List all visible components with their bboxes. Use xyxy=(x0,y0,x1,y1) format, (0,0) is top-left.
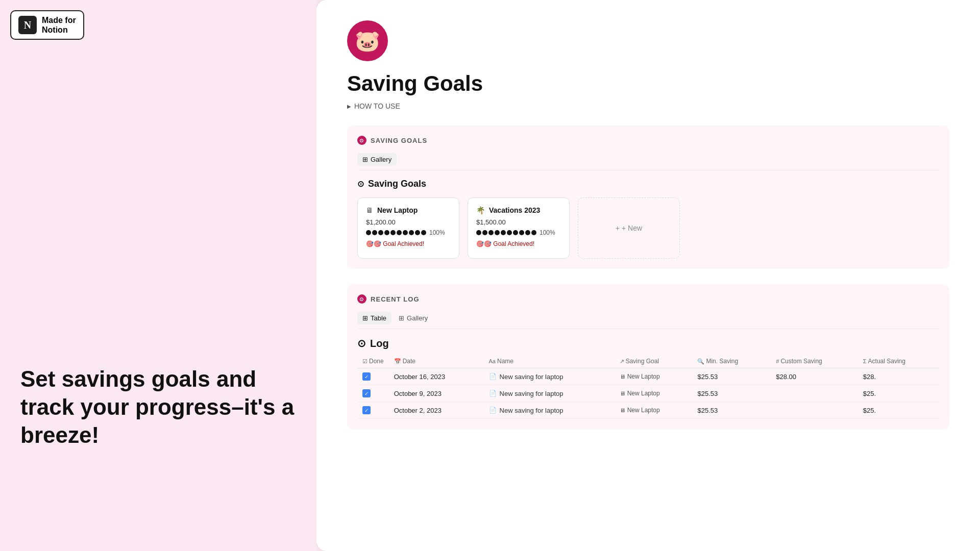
dot xyxy=(397,230,402,235)
recent-log-section: ⊙ RECENT LOG ⊞ Table ⊞ Gallery ⊙ Log xyxy=(347,284,949,429)
name-text: New saving for laptop xyxy=(500,373,564,381)
done-cell: ✓ xyxy=(357,385,389,402)
how-to-use-toggle[interactable]: ▶ HOW TO USE xyxy=(347,102,949,110)
saving-goal-icon: 🖥 xyxy=(620,407,625,413)
table-tab-label: Table xyxy=(371,314,386,322)
custom-saving-cell xyxy=(771,402,857,419)
page-title: Saving Goals xyxy=(347,71,949,96)
card-amount: $1,500.00 xyxy=(476,218,561,226)
card-title: Vacations 2023 xyxy=(489,206,540,214)
actual-saving-cell: $28. xyxy=(858,368,939,385)
progress-pct: 100% xyxy=(429,229,445,236)
new-label: + New xyxy=(622,224,642,232)
name-icon: 📄 xyxy=(489,390,497,397)
progress-pct: 100% xyxy=(540,229,555,236)
dot xyxy=(531,230,536,235)
card-title: New Laptop xyxy=(377,206,418,214)
table-row: ✓ October 9, 2023 📄 New saving for lapto… xyxy=(357,385,939,402)
custom-saving-cell xyxy=(771,385,857,402)
dot xyxy=(513,230,518,235)
dot xyxy=(519,230,524,235)
name-text: New saving for laptop xyxy=(500,407,564,414)
sub-heading-icon: ⊙ xyxy=(357,179,364,189)
dot xyxy=(476,230,481,235)
saving-goal-cell: 🖥 New Laptop xyxy=(615,368,693,385)
done-cell: ✓ xyxy=(357,368,389,385)
table-row: ✓ October 16, 2023 📄 New saving for lapt… xyxy=(357,368,939,385)
plus-icon: + xyxy=(616,224,620,232)
notion-icon: N xyxy=(18,16,37,34)
dot xyxy=(525,230,530,235)
saving-goals-section-icon: ⊙ xyxy=(357,136,366,145)
name-cell: 📄 New saving for laptop xyxy=(484,368,615,385)
left-panel: N Made for Notion Set savings goals and … xyxy=(0,0,316,551)
progress-bar: 100% xyxy=(366,229,451,236)
th-actual-saving: ΣActual Saving xyxy=(858,355,939,368)
dot xyxy=(495,230,500,235)
saving-goal-cell: 🖥 New Laptop xyxy=(615,385,693,402)
dot xyxy=(501,230,506,235)
name-icon: 📄 xyxy=(489,407,497,414)
log-gallery-tab[interactable]: ⊞ Gallery xyxy=(394,312,433,324)
saving-goal-icon: 🖥 xyxy=(620,390,625,396)
th-min-saving: 🔍Min. Saving xyxy=(692,355,771,368)
name-cell: 📄 New saving for laptop xyxy=(484,385,615,402)
log-heading: ⊙ Log xyxy=(357,337,939,349)
page-icon: 🐷 xyxy=(347,20,388,61)
dot xyxy=(390,230,396,235)
name-icon: 📄 xyxy=(489,373,497,380)
page-content: 🐷 Saving Goals ▶ HOW TO USE ⊙ SAVING GOA… xyxy=(316,0,980,551)
table-tab[interactable]: ⊞ Table xyxy=(357,312,391,324)
saving-goals-header: ⊙ SAVING GOALS xyxy=(357,136,939,145)
dot xyxy=(403,230,408,235)
badge-text: Made for Notion xyxy=(42,15,76,35)
dot xyxy=(415,230,420,235)
log-view-tabs: ⊞ Table ⊞ Gallery xyxy=(357,312,939,329)
dot xyxy=(421,230,426,235)
dot xyxy=(384,230,389,235)
sub-heading-text: Saving Goals xyxy=(368,179,426,189)
custom-saving-cell: $28.00 xyxy=(771,368,857,385)
dot xyxy=(378,230,383,235)
name-cell: 📄 New saving for laptop xyxy=(484,402,615,419)
gallery-row: 🖥 New Laptop $1,200.00 xyxy=(357,197,939,259)
saving-goal-cell: 🖥 New Laptop xyxy=(615,402,693,419)
log-table: ☑Done 📅Date AaName ↗Saving Goal 🔍Min. Sa… xyxy=(357,355,939,419)
card-icon: 🌴 xyxy=(476,206,485,214)
th-done: ☑Done xyxy=(357,355,389,368)
table-header-row: ☑Done 📅Date AaName ↗Saving Goal 🔍Min. Sa… xyxy=(357,355,939,368)
date-cell: October 2, 2023 xyxy=(389,402,484,419)
actual-saving-cell: $25. xyxy=(858,402,939,419)
saving-goal-text: New Laptop xyxy=(627,407,660,414)
card-vacations[interactable]: 🌴 Vacations 2023 $1,500.00 xyxy=(468,197,570,259)
dot xyxy=(372,230,377,235)
card-title-row: 🖥 New Laptop xyxy=(366,206,451,214)
progress-bar: 100% xyxy=(476,229,561,236)
saving-goals-view-tabs: ⊞ Gallery xyxy=(357,153,939,170)
saving-goal-text: New Laptop xyxy=(627,390,660,397)
table-row: ✓ October 2, 2023 📄 New saving for lapto… xyxy=(357,402,939,419)
saving-goals-label: SAVING GOALS xyxy=(371,137,427,144)
how-to-use-label: HOW TO USE xyxy=(354,102,400,110)
new-card-button[interactable]: + + New xyxy=(578,197,680,259)
date-cell: October 9, 2023 xyxy=(389,385,484,402)
done-cell: ✓ xyxy=(357,402,389,419)
th-custom-saving: #Custom Saving xyxy=(771,355,857,368)
goal-achieved: 🎯🎯 Goal Achieved! xyxy=(476,240,561,247)
card-icon: 🖥 xyxy=(366,206,373,214)
checkbox-checked: ✓ xyxy=(362,406,371,414)
notion-badge: N Made for Notion xyxy=(10,10,84,40)
card-new-laptop[interactable]: 🖥 New Laptop $1,200.00 xyxy=(357,197,459,259)
checkbox-checked: ✓ xyxy=(362,389,371,397)
dot xyxy=(482,230,487,235)
gallery-tab[interactable]: ⊞ Gallery xyxy=(357,153,397,166)
right-panel: 🐷 Saving Goals ▶ HOW TO USE ⊙ SAVING GOA… xyxy=(316,0,980,551)
min-saving-cell: $25.53 xyxy=(692,385,771,402)
date-cell: October 16, 2023 xyxy=(389,368,484,385)
progress-dots xyxy=(366,230,426,235)
recent-log-label: RECENT LOG xyxy=(371,295,420,303)
th-name: AaName xyxy=(484,355,615,368)
recent-log-header: ⊙ RECENT LOG xyxy=(357,294,939,304)
log-icon: ⊙ xyxy=(357,337,366,349)
saving-goals-sub-heading: ⊙ Saving Goals xyxy=(357,179,939,189)
